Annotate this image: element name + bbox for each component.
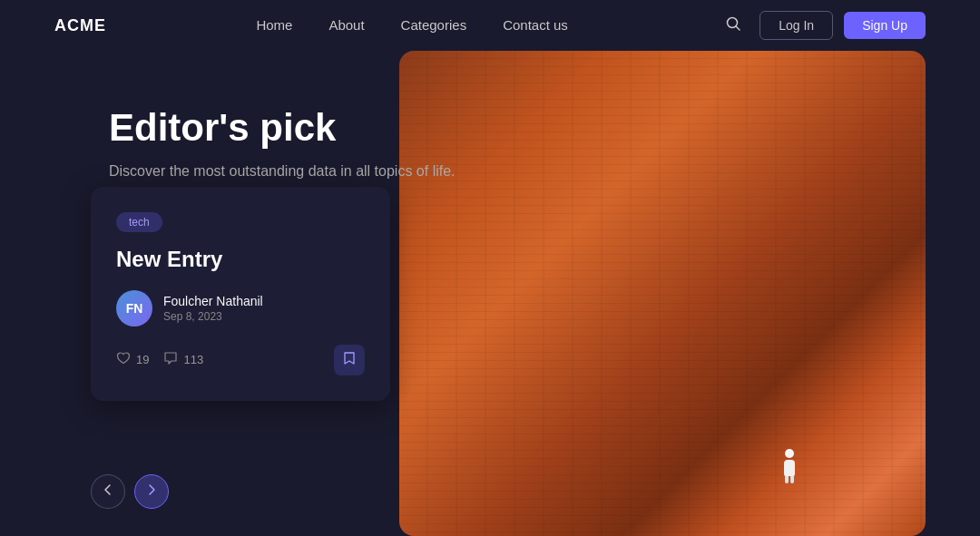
card-tag: tech (116, 212, 162, 232)
nav-item-about[interactable]: About (328, 17, 364, 34)
prev-button[interactable] (91, 474, 125, 509)
hero-subtitle: Discover the most outstanding data in al… (109, 163, 456, 180)
comment-icon (163, 351, 178, 368)
astronaut-leg-left (785, 476, 789, 483)
nav-item-contact[interactable]: Contact us (503, 17, 568, 34)
nav-link-home[interactable]: Home (256, 17, 292, 33)
next-button[interactable] (134, 474, 169, 509)
svg-line-1 (736, 26, 740, 30)
carousel-controls (91, 474, 169, 509)
search-button[interactable] (718, 12, 749, 40)
article-card: tech New Entry FN Foulcher Nathanil Sep … (91, 187, 390, 401)
comments-count: 113 (183, 353, 203, 366)
bookmark-button[interactable] (334, 345, 365, 375)
hero-title: Editor's pick (109, 105, 456, 151)
nav-link-about[interactable]: About (328, 17, 364, 33)
astronaut-leg-right (790, 476, 794, 483)
navigation: ACME Home About Categories Contact us Lo… (0, 0, 980, 51)
login-button[interactable]: Log In (760, 11, 833, 40)
nav-actions: Log In Sign Up (718, 11, 926, 40)
nav-link-contact[interactable]: Contact us (503, 17, 568, 33)
author-name: Foulcher Nathanil (163, 294, 263, 308)
nav-link-categories[interactable]: Categories (401, 17, 467, 33)
likes-count: 19 (136, 353, 149, 366)
avatar: FN (116, 290, 152, 326)
search-icon (725, 15, 741, 36)
astronaut-head (785, 449, 794, 458)
card-stats: 19 113 (116, 351, 203, 368)
rock-background (399, 51, 926, 536)
card-footer: 19 113 (116, 345, 365, 375)
likes-stat: 19 (116, 351, 149, 368)
comments-stat: 113 (163, 351, 203, 368)
card-author: FN Foulcher Nathanil Sep 8, 2023 (116, 290, 365, 326)
hero-image (399, 51, 926, 536)
signup-button[interactable]: Sign Up (844, 12, 926, 39)
logo: ACME (54, 16, 106, 35)
main-section: Editor's pick Discover the most outstand… (0, 51, 980, 536)
nav-item-home[interactable]: Home (256, 17, 292, 34)
nav-item-categories[interactable]: Categories (401, 17, 467, 34)
astronaut-body (784, 460, 795, 476)
nav-links: Home About Categories Contact us (256, 17, 567, 34)
card-title: New Entry (116, 247, 365, 272)
astronaut-figure (780, 449, 799, 482)
rock-texture-overlay (399, 51, 926, 536)
heart-icon (116, 351, 131, 368)
arrow-right-icon (145, 483, 158, 500)
author-info: Foulcher Nathanil Sep 8, 2023 (163, 294, 263, 323)
author-date: Sep 8, 2023 (163, 310, 263, 323)
astronaut-legs (780, 476, 799, 483)
arrow-left-icon (102, 483, 114, 500)
bookmark-icon (342, 351, 357, 369)
